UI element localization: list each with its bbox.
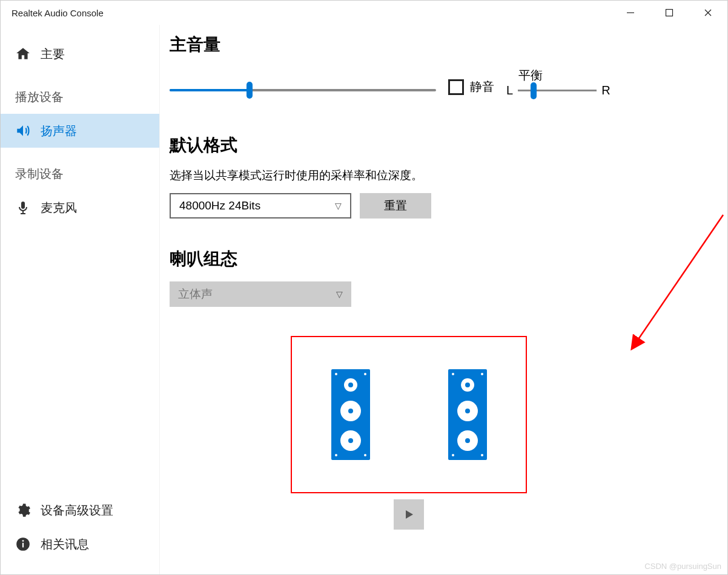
volume-title: 主音量 — [170, 33, 710, 56]
nav-info[interactable]: 相关讯息 — [1, 527, 159, 561]
playback-section-label: 播放设备 — [1, 73, 159, 111]
config-title: 喇叭组态 — [170, 248, 710, 271]
checkbox-icon — [448, 79, 464, 95]
nav-info-label: 相关讯息 — [41, 536, 89, 553]
info-icon — [15, 536, 31, 552]
chevron-down-icon: ▽ — [336, 289, 343, 299]
nav-speaker[interactable]: 扬声器 — [1, 114, 159, 148]
window-controls — [611, 1, 727, 25]
config-dropdown[interactable]: 立体声 ▽ — [170, 281, 351, 307]
balance-label: 平衡 — [518, 67, 543, 84]
mute-label: 静音 — [470, 79, 494, 95]
config-value: 立体声 — [178, 286, 213, 302]
speaker-diagram — [291, 336, 527, 493]
play-button[interactable] — [394, 499, 424, 530]
nav-microphone-label: 麦克风 — [41, 200, 77, 216]
balance-control: 平衡 L R — [506, 67, 611, 97]
svg-point-9 — [22, 540, 24, 542]
format-dropdown[interactable]: 48000Hz 24Bits ▽ — [170, 193, 351, 218]
close-button[interactable] — [689, 1, 727, 25]
right-speaker[interactable] — [448, 369, 487, 460]
svg-rect-1 — [666, 10, 673, 16]
window-title: Realtek Audio Console — [12, 8, 104, 18]
format-title: 默认格式 — [170, 134, 710, 157]
svg-rect-8 — [22, 543, 24, 548]
format-description: 选择当以共享模式运行时使用的采样率和位深度。 — [170, 168, 710, 183]
play-icon — [403, 508, 415, 521]
nav-speaker-label: 扬声器 — [41, 123, 77, 139]
sidebar: 主要 播放设备 扬声器 录制设备 麦克风 设备高级设置 — [1, 25, 159, 574]
balance-slider[interactable] — [518, 90, 597, 91]
balance-right-label: R — [601, 84, 610, 97]
nav-main-label: 主要 — [41, 46, 65, 62]
titlebar: Realtek Audio Console — [1, 1, 727, 25]
balance-left-label: L — [506, 84, 513, 97]
nav-advanced[interactable]: 设备高级设置 — [1, 493, 159, 527]
left-speaker[interactable] — [331, 369, 370, 460]
nav-microphone[interactable]: 麦克风 — [1, 191, 159, 225]
volume-slider[interactable] — [170, 89, 436, 91]
record-section-label: 录制设备 — [1, 150, 159, 188]
svg-marker-10 — [406, 510, 413, 519]
microphone-icon — [15, 200, 31, 215]
nav-advanced-label: 设备高级设置 — [41, 502, 113, 519]
reset-label: 重置 — [384, 198, 407, 214]
mute-checkbox[interactable]: 静音 — [448, 79, 494, 95]
content: 主音量 静音 平衡 L R 默认格式 选择当 — [159, 25, 727, 574]
gear-icon — [15, 502, 31, 518]
volume-row: 静音 平衡 L R — [170, 67, 710, 97]
reset-button[interactable]: 重置 — [360, 193, 431, 218]
nav-main[interactable]: 主要 — [1, 37, 159, 71]
maximize-button[interactable] — [650, 1, 689, 25]
speaker-icon — [15, 123, 31, 139]
format-value: 48000Hz 24Bits — [179, 199, 260, 212]
chevron-down-icon: ▽ — [335, 201, 342, 211]
svg-rect-4 — [21, 202, 25, 209]
home-icon — [15, 46, 31, 62]
minimize-button[interactable] — [611, 1, 650, 25]
